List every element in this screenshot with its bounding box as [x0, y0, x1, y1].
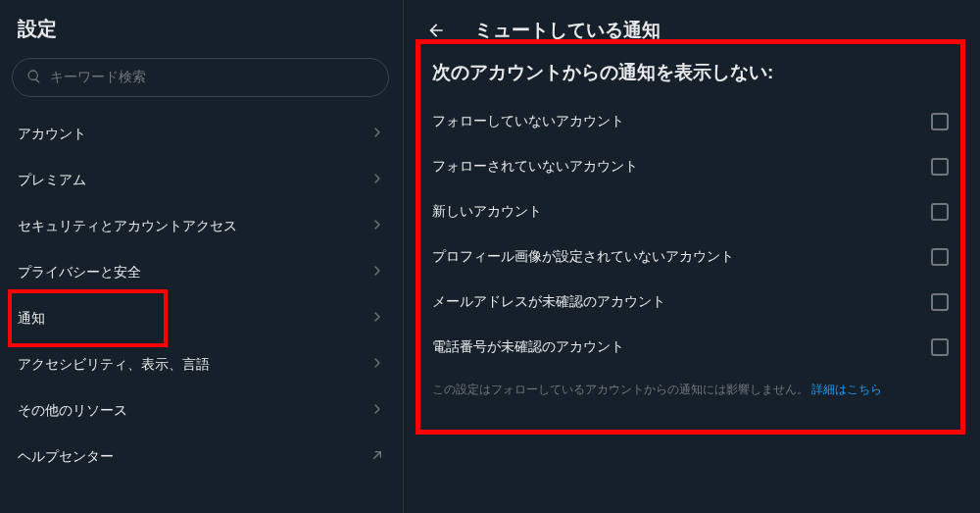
option-label: プロフィール画像が設定されていないアカウント [432, 248, 734, 266]
nav-privacy[interactable]: プライバシーと安全 [8, 249, 397, 295]
search-icon [26, 69, 42, 87]
option-label: 新しいアカウント [432, 203, 542, 221]
opt-new-account[interactable]: 新しいアカウント [428, 189, 953, 234]
nav-item-label: アクセシビリティ、表示、言語 [18, 356, 210, 374]
mute-highlight-panel: 次のアカウントからの通知を表示しない: フォローしていないアカウントフォローされ… [416, 39, 965, 435]
footnote-text: この設定はフォローしているアカウントからの通知には影響しません。 [432, 383, 808, 396]
settings-nav: アカウントプレミアムセキュリティとアカウントアクセスプライバシーと安全通知アクセ… [8, 111, 397, 480]
opt-not-followed[interactable]: フォローされていないアカウント [428, 144, 953, 189]
checkbox[interactable] [931, 203, 949, 221]
nav-item-label: プレミアム [18, 172, 86, 189]
option-label: メールアドレスが未確認のアカウント [432, 293, 665, 311]
nav-item-label: 通知 [18, 310, 45, 328]
nav-account[interactable]: アカウント [8, 111, 397, 157]
footnote: この設定はフォローしているアカウントからの通知には影響しません。 詳細はこちら [428, 370, 953, 402]
nav-security[interactable]: セキュリティとアカウントアクセス [8, 203, 397, 249]
opt-no-avatar[interactable]: プロフィール画像が設定されていないアカウント [428, 234, 953, 280]
nav-notifications[interactable]: 通知 [8, 295, 397, 341]
option-label: 電話番号が未確認のアカウント [432, 338, 624, 356]
chevron-right-icon [369, 263, 385, 282]
search-placeholder: キーワード検索 [50, 69, 146, 86]
opt-no-email[interactable]: メールアドレスが未確認のアカウント [428, 280, 953, 325]
settings-title: 設定 [8, 0, 397, 56]
nav-premium[interactable]: プレミアム [8, 157, 397, 203]
checkbox[interactable] [931, 113, 949, 130]
opt-not-following[interactable]: フォローしていないアカウント [428, 99, 953, 144]
nav-item-label: その他のリソース [18, 402, 127, 420]
chevron-right-icon [369, 401, 385, 420]
chevron-right-icon [369, 171, 385, 189]
main-panel: ミュートしている通知 次のアカウントからの通知を表示しない: フォローしていない… [404, 0, 980, 513]
nav-item-label: ヘルプセンター [18, 448, 114, 466]
nav-other[interactable]: その他のリソース [8, 387, 397, 434]
nav-help[interactable]: ヘルプセンター [8, 434, 397, 480]
external-link-icon [369, 447, 385, 466]
option-label: フォローしていないアカウント [432, 113, 624, 130]
section-heading: 次のアカウントからの通知を表示しない: [428, 54, 953, 99]
nav-accessibility[interactable]: アクセシビリティ、表示、言語 [8, 341, 397, 387]
chevron-right-icon [369, 217, 385, 235]
option-label: フォローされていないアカウント [432, 158, 638, 176]
checkbox[interactable] [931, 338, 949, 356]
learn-more-link[interactable]: 詳細はこちら [811, 383, 882, 396]
checkbox[interactable] [931, 248, 949, 266]
chevron-right-icon [369, 309, 385, 328]
chevron-right-icon [369, 125, 385, 143]
opt-no-phone[interactable]: 電話番号が未確認のアカウント [428, 325, 953, 370]
chevron-right-icon [369, 355, 385, 374]
checkbox[interactable] [931, 293, 949, 311]
settings-sidebar: 設定 キーワード検索 アカウントプレミアムセキュリティとアカウントアクセスプライ… [0, 0, 404, 513]
search-input[interactable]: キーワード検索 [12, 58, 389, 97]
nav-item-label: アカウント [18, 126, 86, 143]
nav-item-label: プライバシーと安全 [18, 264, 141, 282]
checkbox[interactable] [931, 158, 949, 176]
nav-item-label: セキュリティとアカウントアクセス [18, 218, 237, 235]
